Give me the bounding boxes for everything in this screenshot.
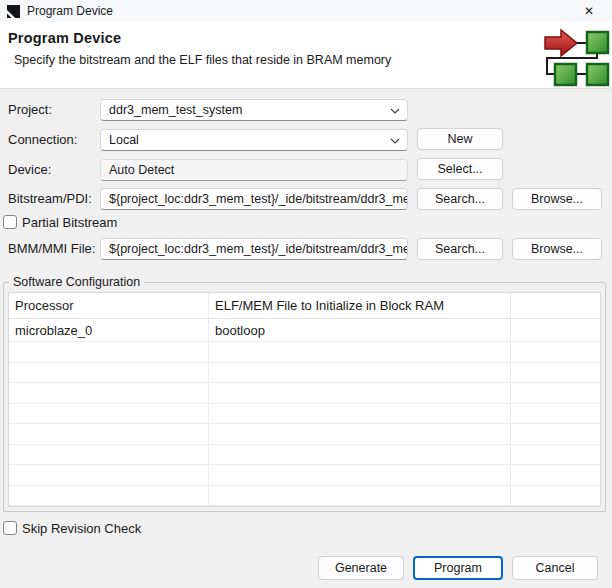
column-header-extra bbox=[511, 293, 600, 318]
elf-file-cell[interactable]: bootloop bbox=[209, 319, 511, 341]
close-button[interactable]: ✕ bbox=[566, 0, 612, 22]
column-header-elf: ELF/MEM File to Initialize in Block RAM bbox=[209, 293, 511, 318]
chevron-down-icon bbox=[390, 108, 400, 114]
software-configuration-table: Processor ELF/MEM File to Initialize in … bbox=[8, 292, 601, 507]
program-device-dialog: { "window": { "title": "Program Device" … bbox=[0, 0, 612, 588]
skip-revision-checkbox[interactable] bbox=[3, 521, 17, 535]
bitstream-input[interactable]: ${project_loc:ddr3_mem_test}/_ide/bitstr… bbox=[100, 188, 408, 210]
bmm-value: ${project_loc:ddr3_mem_test}/_ide/bitstr… bbox=[109, 242, 408, 256]
dialog-title: Program Device bbox=[8, 30, 121, 46]
table-empty-row bbox=[9, 445, 600, 466]
table-empty-row bbox=[9, 486, 600, 507]
bitstream-value: ${project_loc:ddr3_mem_test}/_ide/bitstr… bbox=[109, 192, 408, 206]
project-label: Project: bbox=[8, 99, 52, 121]
device-field[interactable]: Auto Detect bbox=[100, 159, 408, 181]
skip-revision-label: Skip Revision Check bbox=[22, 521, 141, 536]
table-header-row: Processor ELF/MEM File to Initialize in … bbox=[9, 293, 600, 319]
table-empty-row bbox=[9, 404, 600, 425]
partial-bitstream-checkbox[interactable] bbox=[3, 215, 17, 229]
bitstream-label: Bitstream/PDI: bbox=[8, 188, 92, 210]
software-configuration-title: Software Configuration bbox=[9, 275, 144, 289]
amd-logo-icon bbox=[7, 5, 20, 18]
column-header-processor: Processor bbox=[9, 293, 209, 318]
project-value: ddr3_mem_test_system bbox=[109, 103, 242, 117]
table-empty-row bbox=[9, 424, 600, 445]
select-device-button[interactable]: Select... bbox=[417, 158, 503, 180]
processor-cell[interactable]: microblaze_0 bbox=[9, 319, 209, 341]
dialog-header: Program Device Specify the bitstream and… bbox=[0, 22, 612, 89]
extra-cell bbox=[511, 319, 600, 341]
chevron-down-icon bbox=[390, 138, 400, 144]
table-empty-row bbox=[9, 342, 600, 363]
dialog-subtitle: Specify the bitstream and the ELF files … bbox=[14, 53, 391, 67]
device-value: Auto Detect bbox=[109, 163, 174, 177]
connection-label: Connection: bbox=[8, 129, 77, 151]
software-configuration-group: Software Configuration Processor ELF/MEM… bbox=[3, 282, 606, 512]
program-button[interactable]: Program bbox=[413, 556, 503, 580]
partial-bitstream-label: Partial Bitstream bbox=[22, 215, 117, 230]
table-row[interactable]: microblaze_0 bootloop bbox=[9, 319, 600, 342]
connection-dropdown[interactable]: Local bbox=[100, 129, 408, 151]
table-empty-row bbox=[9, 363, 600, 384]
bmm-input[interactable]: ${project_loc:ddr3_mem_test}/_ide/bitstr… bbox=[100, 238, 408, 260]
bitstream-browse-button[interactable]: Browse... bbox=[512, 188, 602, 210]
window-title: Program Device bbox=[27, 4, 113, 18]
program-device-flow-icon bbox=[544, 27, 612, 87]
table-empty-row bbox=[9, 465, 600, 486]
generate-button[interactable]: Generate bbox=[318, 556, 404, 580]
cancel-button[interactable]: Cancel bbox=[512, 556, 598, 580]
bmm-search-button[interactable]: Search... bbox=[417, 238, 503, 260]
bmm-label: BMM/MMI File: bbox=[8, 238, 95, 260]
bitstream-search-button[interactable]: Search... bbox=[417, 188, 503, 210]
connection-value: Local bbox=[109, 133, 139, 147]
bmm-browse-button[interactable]: Browse... bbox=[512, 238, 602, 260]
device-label: Device: bbox=[8, 159, 51, 181]
new-button[interactable]: New bbox=[417, 128, 503, 150]
project-dropdown[interactable]: ddr3_mem_test_system bbox=[100, 99, 408, 121]
close-icon: ✕ bbox=[584, 4, 594, 18]
title-bar: Program Device bbox=[0, 0, 612, 22]
table-empty-row bbox=[9, 383, 600, 404]
